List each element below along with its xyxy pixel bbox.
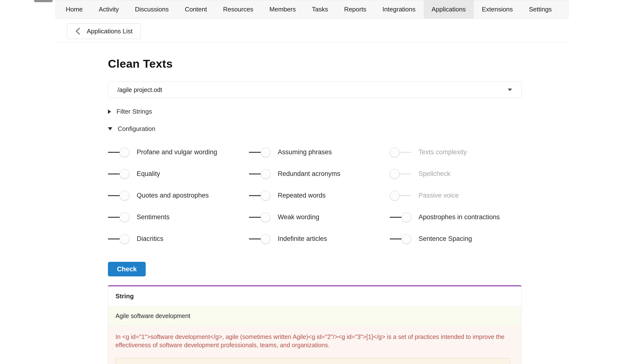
top-navigation: Home Activity Discussions Content Resour… — [55, 0, 568, 19]
header-divider — [55, 42, 568, 42]
switch-track — [108, 174, 120, 174]
toggle-label: Profane and vulgar wording — [137, 148, 217, 156]
results-panel: String Agile software development In <g … — [108, 285, 522, 364]
switch-track — [249, 238, 261, 239]
filter-strings-label: Filter Strings — [117, 108, 152, 115]
triangle-right-icon — [108, 110, 111, 114]
switch-knob — [120, 234, 129, 244]
toggle-label: Redundant acronyms — [278, 170, 340, 178]
toggle-switch[interactable] — [108, 169, 129, 179]
cutoff-ui-fragment — [34, 0, 53, 2]
switch-track — [108, 217, 120, 218]
switch-track — [390, 238, 402, 239]
nav-item-settings[interactable]: Settings — [521, 0, 560, 18]
switch-knob — [390, 191, 399, 201]
toggle-spellcheck[interactable]: Spellcheck — [390, 163, 568, 185]
toggle-switch[interactable] — [390, 147, 411, 157]
switch-knob — [401, 234, 411, 244]
switch-track — [390, 217, 402, 218]
toggle-assuming-phrases[interactable]: Assuming phrases — [249, 141, 390, 163]
weak-wording-warning: Weak wording Don’t use `sometimes`, it l… — [116, 358, 510, 364]
applications-list-back-button[interactable]: Applications List — [67, 23, 140, 39]
toggle-sentiments[interactable]: Sentiments — [108, 206, 249, 228]
filter-strings-section-header[interactable]: Filter Strings — [108, 108, 152, 115]
switch-knob — [390, 147, 399, 157]
toggle-redundant-acronyms[interactable]: Redundant acronyms — [249, 163, 390, 185]
file-select-dropdown[interactable]: /agile project.odt — [108, 81, 522, 98]
toggle-quotes-and-apostrophes[interactable]: Quotes and apostrophes — [108, 185, 249, 206]
switch-track — [108, 238, 120, 239]
switch-knob — [120, 169, 129, 179]
toggle-texts-complexity[interactable]: Texts complexity — [390, 141, 568, 163]
page-title: Clean Texts — [108, 57, 568, 70]
nav-item-reports[interactable]: Reports — [336, 0, 375, 18]
switch-knob — [401, 212, 411, 222]
nav-item-members[interactable]: Members — [261, 0, 304, 18]
toggle-apostrophes-in-contractions[interactable]: Apostrophes in contractions — [390, 206, 568, 228]
nav-item-home[interactable]: Home — [58, 0, 91, 18]
toggle-switch[interactable] — [108, 234, 129, 244]
nav-item-tasks[interactable]: Tasks — [304, 0, 336, 18]
back-button-label: Applications List — [87, 28, 133, 35]
app-page: Home Activity Discussions Content Resour… — [55, 0, 568, 364]
result-string-row: Agile software development — [108, 306, 521, 326]
toggle-switch[interactable] — [249, 191, 270, 201]
switch-knob — [120, 147, 129, 157]
toggle-profane-and-vulgar-wording[interactable]: Profane and vulgar wording — [108, 141, 249, 163]
results-column-header: String — [108, 286, 521, 306]
toggle-diacritics[interactable]: Diacritics — [108, 228, 249, 250]
toggle-switch[interactable] — [390, 234, 411, 244]
toggle-switch[interactable] — [249, 169, 270, 179]
nav-item-discussions[interactable]: Discussions — [127, 0, 177, 18]
toggle-label: Quotes and apostrophes — [137, 192, 209, 199]
toggle-label: Sentence Spacing — [418, 235, 472, 243]
switch-track — [399, 152, 411, 153]
toggle-switch[interactable] — [108, 191, 129, 201]
toggle-label: Repeated words — [278, 192, 326, 199]
nav-item-resources[interactable]: Resources — [215, 0, 261, 18]
nav-item-activity[interactable]: Activity — [91, 0, 127, 18]
toggle-label: Equality — [137, 170, 160, 178]
toggle-repeated-words[interactable]: Repeated words — [249, 185, 390, 206]
toggle-switch[interactable] — [108, 212, 129, 222]
switch-track — [249, 152, 261, 153]
switch-knob — [261, 169, 270, 179]
switch-track — [399, 174, 411, 174]
toggle-label: Sentiments — [137, 213, 170, 221]
main-content: Clean Texts /agile project.odt Filter St… — [55, 57, 568, 364]
toggle-switch[interactable] — [249, 147, 270, 157]
toggle-label: Indefinite articles — [278, 235, 327, 243]
nav-item-extensions[interactable]: Extensions — [474, 0, 521, 18]
nav-item-content[interactable]: Content — [177, 0, 215, 18]
switch-track — [399, 195, 411, 196]
toggle-equality[interactable]: Equality — [108, 163, 249, 185]
result-issue-row: In <g id="1">software development</g>, a… — [108, 326, 521, 364]
toggle-passive-voice[interactable]: Passive voice — [390, 185, 568, 206]
switch-knob — [390, 169, 399, 179]
nav-item-integrations[interactable]: Integrations — [375, 0, 424, 18]
issue-source-text: In <g id="1">software development</g>, a… — [116, 332, 511, 349]
toggle-label: Diacritics — [137, 235, 163, 243]
toggle-switch[interactable] — [390, 169, 411, 179]
configuration-toggle-grid: Profane and vulgar wording Assuming phra… — [108, 141, 568, 250]
toggle-label: Passive voice — [418, 192, 459, 199]
nav-item-applications[interactable]: Applications — [424, 0, 474, 18]
switch-track — [108, 152, 120, 153]
toggle-label: Weak wording — [278, 213, 319, 221]
configuration-label: Configuration — [118, 125, 155, 133]
toggle-switch[interactable] — [390, 191, 411, 201]
toggle-label: Assuming phrases — [278, 148, 332, 156]
configuration-section-header[interactable]: Configuration — [108, 125, 155, 133]
toggle-switch[interactable] — [390, 212, 411, 222]
check-button[interactable]: Check — [108, 262, 146, 276]
dropdown-caret-icon — [508, 89, 512, 91]
toggle-switch[interactable] — [108, 147, 129, 157]
file-select-value: /agile project.odt — [118, 86, 162, 94]
toggle-weak-wording[interactable]: Weak wording — [249, 206, 390, 228]
toggle-switch[interactable] — [249, 234, 270, 244]
switch-knob — [261, 234, 270, 244]
toggle-switch[interactable] — [249, 212, 270, 222]
toggle-sentence-spacing[interactable]: Sentence Spacing — [390, 228, 568, 250]
switch-knob — [261, 212, 270, 222]
toggle-indefinite-articles[interactable]: Indefinite articles — [249, 228, 390, 250]
